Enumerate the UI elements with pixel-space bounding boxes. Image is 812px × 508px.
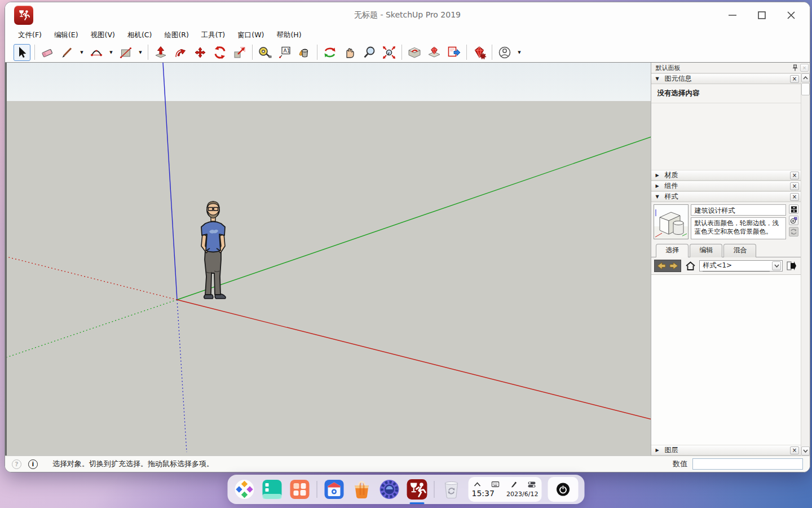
styles-collapse-icon[interactable]: ▼ <box>655 194 660 199</box>
3d-warehouse-tool[interactable] <box>406 44 423 61</box>
status-message: 选择对象。切换到扩充选择。拖动鼠标选择多项。 <box>52 459 214 469</box>
dock-launcher[interactable] <box>234 479 255 500</box>
styles-nav-row: 样式<1> <box>651 257 801 274</box>
scale-figure-person <box>193 199 232 303</box>
push-pull-tool[interactable] <box>152 44 169 61</box>
drawing-axes <box>7 63 651 456</box>
trash-icon <box>441 479 462 500</box>
components-close-button[interactable]: × <box>790 182 799 190</box>
style-description-field[interactable]: 默认表面颜色，轮廓边线，浅蓝色天空和灰色背景颜色。 <box>691 217 786 239</box>
measurements-input[interactable] <box>692 458 803 470</box>
menu-draw[interactable]: 绘图(R) <box>158 29 195 42</box>
system-tray[interactable]: 15:37 2023/6/12 <box>469 477 542 502</box>
materials-header[interactable]: ▶ 材质 × <box>651 170 801 181</box>
tray-expand-icon[interactable] <box>474 482 481 487</box>
dock-app-store[interactable] <box>351 479 373 500</box>
eraser-tool[interactable] <box>39 44 56 61</box>
combo-dropdown-button[interactable] <box>772 261 781 270</box>
update-style-button[interactable] <box>789 227 798 237</box>
menu-file[interactable]: 文件(F) <box>12 29 48 42</box>
menu-help[interactable]: 帮助(H) <box>270 29 307 42</box>
scroll-up-button[interactable] <box>801 73 810 82</box>
maximize-button[interactable] <box>753 7 770 24</box>
extension-manager-tool[interactable] <box>471 44 488 61</box>
dock-file-vault[interactable] <box>324 479 345 500</box>
select-tool[interactable] <box>14 44 30 61</box>
create-new-style-button[interactable] <box>789 216 798 225</box>
push-pull-icon <box>153 45 168 60</box>
power-button[interactable] <box>548 477 579 502</box>
extension-warehouse-tool[interactable] <box>426 44 443 61</box>
pen-icon[interactable] <box>510 481 517 488</box>
model-viewport[interactable] <box>5 63 651 456</box>
line-dropdown[interactable]: ▼ <box>78 50 85 55</box>
layers-header[interactable]: ▶ 图层 × <box>651 445 801 456</box>
tape-measure-tool[interactable] <box>257 44 273 61</box>
line-tool[interactable] <box>59 44 76 61</box>
send-to-layout-tool[interactable] <box>445 44 462 61</box>
account-button[interactable] <box>496 44 513 61</box>
dock-control-center[interactable] <box>379 479 400 500</box>
minimize-icon <box>726 9 739 21</box>
menu-tools[interactable]: 工具(T) <box>195 29 231 42</box>
styles-header[interactable]: ▼ 样式 × <box>651 191 801 202</box>
offset-tool[interactable] <box>172 44 189 61</box>
style-collection-combo[interactable]: 样式<1> <box>699 260 783 271</box>
pan-tool[interactable] <box>341 44 358 61</box>
tab-edit[interactable]: 编辑 <box>690 244 722 257</box>
text-tool[interactable]: A1 <box>276 44 293 61</box>
dock-file-manager[interactable] <box>262 479 283 500</box>
style-name-field[interactable]: 建筑设计样式 <box>691 204 786 216</box>
paint-bucket-tool[interactable] <box>296 44 313 61</box>
zoom-tool[interactable] <box>361 44 378 61</box>
close-tray-button[interactable]: × <box>800 64 809 72</box>
show-secondary-pane-button[interactable] <box>789 204 798 214</box>
credits-status-icon[interactable]: i <box>28 459 38 469</box>
close-button[interactable] <box>783 7 800 24</box>
components-collapse-icon[interactable]: ▶ <box>655 183 660 189</box>
menu-camera[interactable]: 相机(C) <box>121 29 158 42</box>
dock-app-grid[interactable] <box>289 479 311 500</box>
tab-select[interactable]: 选择 <box>656 244 689 257</box>
materials-collapse-icon[interactable]: ▶ <box>655 173 660 178</box>
rectangle-dropdown[interactable]: ▼ <box>137 50 144 55</box>
arc-tool[interactable] <box>88 44 105 61</box>
details-menu-button[interactable] <box>785 260 798 272</box>
move-tool[interactable] <box>192 44 209 61</box>
layers-collapse-icon[interactable]: ▶ <box>655 448 660 453</box>
styles-list-area[interactable] <box>651 274 801 445</box>
back-arrow-icon[interactable] <box>656 262 666 270</box>
scroll-down-button[interactable] <box>801 446 810 456</box>
pin-tray-button[interactable] <box>790 64 800 72</box>
rotate-tool[interactable] <box>211 44 228 61</box>
dock-trash[interactable] <box>441 479 462 500</box>
forward-arrow-icon[interactable] <box>669 262 679 270</box>
account-dropdown[interactable]: ▼ <box>516 50 523 55</box>
styles-close-button[interactable]: × <box>790 193 799 201</box>
geolocation-status-icon[interactable]: ? <box>12 459 21 469</box>
toggles-icon[interactable] <box>527 481 536 488</box>
keyboard-icon[interactable] <box>492 481 500 487</box>
scrollbar-thumb[interactable] <box>801 83 810 95</box>
materials-close-button[interactable]: × <box>790 172 799 179</box>
orbit-tool[interactable] <box>321 44 338 61</box>
rectangle-tool[interactable] <box>117 44 134 61</box>
paint-bucket-icon <box>297 45 312 60</box>
tab-mix[interactable]: 混合 <box>723 244 756 257</box>
menu-edit[interactable]: 编辑(E) <box>48 29 85 42</box>
getting-started-toolbar: ▼ ▼ ▼ <box>5 42 810 63</box>
in-model-styles-button[interactable] <box>684 260 696 272</box>
zoom-extents-tool[interactable] <box>381 44 398 61</box>
entity-info-header[interactable]: ▼ 图元信息 × <box>651 73 801 84</box>
menu-view[interactable]: 视图(V) <box>85 29 121 42</box>
minimize-button[interactable] <box>724 7 741 24</box>
arc-dropdown[interactable]: ▼ <box>108 50 114 55</box>
layers-close-button[interactable]: × <box>790 446 799 454</box>
dock-sketchup-wine[interactable] <box>407 479 428 500</box>
menu-window[interactable]: 窗口(W) <box>231 29 270 42</box>
scale-tool[interactable] <box>231 44 248 61</box>
components-header[interactable]: ▶ 组件 × <box>651 181 801 191</box>
entity-info-collapse-icon[interactable]: ▼ <box>655 76 660 81</box>
tray-scrollbar[interactable] <box>801 73 810 456</box>
entity-info-close-button[interactable]: × <box>790 75 799 83</box>
